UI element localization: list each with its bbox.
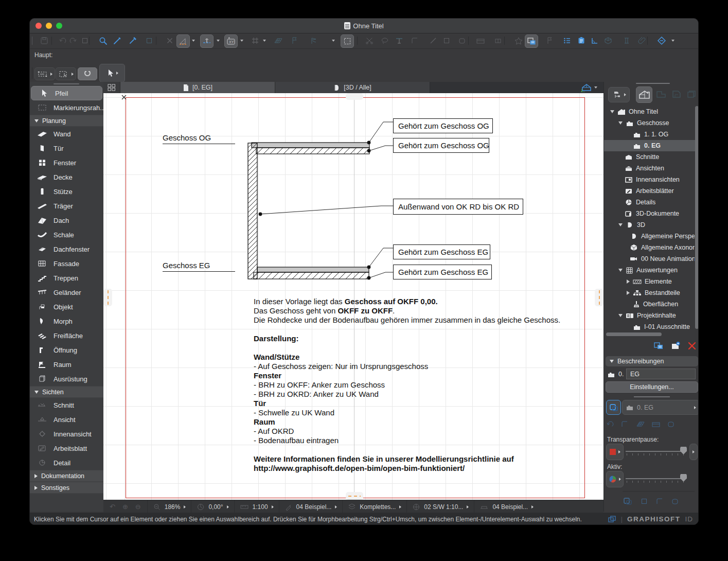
toolbox-item-freiflche[interactable]: Freifläche [30,328,103,343]
footer-04beispiel-control[interactable]: 04 Beispiel... [279,500,343,513]
view-layout-button[interactable] [685,87,698,101]
delete-icon[interactable] [164,34,176,47]
footer-186-control[interactable]: 186% [147,500,191,513]
toolbox-item-tr[interactable]: Tür [30,141,103,155]
note-text-line[interactable]: Die Rohdecke und der Bodenaufbau gehören… [254,315,560,324]
callout-label[interactable]: Gehört zum Geschoss OG [393,118,493,133]
toolbox-item-wand[interactable]: Wand [30,127,103,141]
marquee-preset-button[interactable] [34,67,55,80]
note-text-line[interactable]: Wand/Stütze [254,353,299,361]
note-text-line[interactable]: - Schwelle zu UK Wand [254,408,334,417]
redo-icon[interactable] [67,34,79,47]
note-text-line[interactable]: - Auf OKRD [254,427,294,435]
marker-handle-left[interactable] [103,289,112,306]
tree-item-elemente[interactable]: Elemente [607,276,695,287]
coordinates-button[interactable]: XY [224,34,238,48]
tree-item-3ddokumente[interactable]: 3D-Dokumente [607,208,695,219]
expand-triangle-icon[interactable] [627,279,630,284]
quickbar-drag-handle[interactable] [32,67,32,79]
angle-icon[interactable] [589,34,601,47]
slider-expand-button[interactable] [689,444,698,460]
split-icon[interactable] [379,34,391,47]
toolbox-item-pfeil[interactable]: Pfeil [31,86,102,100]
cube-icon[interactable] [602,34,614,47]
tree-scrollbar[interactable] [695,106,699,329]
toolbox-section-sonstiges[interactable]: Sonstiges [30,482,103,494]
active-color-button[interactable] [606,471,624,487]
view-plan-button[interactable] [654,87,668,101]
drawing-canvas[interactable]: Geschoss OGGeschoss EGGehört zum Geschos… [103,93,603,500]
callout-label[interactable]: Gehört zum Geschoss EG [393,244,490,259]
note-text-line[interactable]: - BRH zu OKRD: Anker zu UK Wand [254,390,379,398]
split-handle-top[interactable] [346,93,363,100]
footer-04beispiel-control[interactable]: 04 Beispiel... [474,500,539,513]
toolbox-item-markierungsrah[interactable]: Markierungsrah... [30,100,103,115]
trace-action-button[interactable] [640,497,648,505]
open-settings-button[interactable] [653,342,664,350]
footer-komplettes-control[interactable]: Komplettes... [342,500,406,513]
toolbox-section-dokumentation[interactable]: Dokumentation [30,470,103,482]
callout-label[interactable]: Gehört zum Geschoss OG [393,138,489,153]
trace-action-button[interactable] [655,497,664,505]
tree-item-allgemeineaxonom[interactable]: Allgemeine Axonom [607,242,695,253]
toolbox-item-decke[interactable]: Decke [30,170,103,184]
dock-left-icon[interactable] [474,34,487,47]
reference-tool-button[interactable] [635,420,645,428]
snap-guides-button[interactable] [200,34,214,48]
dock-right-icon[interactable] [492,34,504,47]
tree-item-bestandteile[interactable]: Bestandteile [607,287,695,299]
inject-parameters-icon[interactable] [143,34,155,47]
arrow-tool-button[interactable] [99,64,125,82]
navigator-handle[interactable] [636,83,670,84]
reference-color-button[interactable] [606,444,624,460]
trace-action-button[interactable] [671,497,679,505]
tree-item-schnitte[interactable]: Schnitte [607,151,695,163]
beschreibungen-header[interactable]: Beschreibungen [606,356,698,366]
target-diamond-icon[interactable] [655,34,668,47]
column-icon[interactable] [620,34,633,47]
note-text-line[interactable]: In dieser Vorlage liegt das Geschoss auf… [254,297,438,306]
toolbox-item-treppen[interactable]: Treppen [30,271,103,285]
toolbox-section-sichten[interactable]: Sichten [30,386,103,398]
tab-overview-button[interactable] [103,82,120,93]
reference-tool-button[interactable] [620,420,629,428]
favorites-icon[interactable] [512,34,525,47]
collapse-triangle-icon[interactable] [610,110,614,113]
toolbox-item-fenster[interactable]: Fenster [30,155,103,170]
clipboard-settings-icon[interactable] [575,34,588,47]
callout-label[interactable]: Außenwand von OK RD bis OK RD [393,199,523,215]
box-icon[interactable] [440,34,453,47]
tree-item-geschosse[interactable]: Geschosse [607,117,695,129]
view-map-model-button[interactable] [636,86,652,103]
trace-action-button[interactable] [623,497,633,506]
toolbox-section-planung[interactable]: Planung [30,115,103,127]
note-text-line[interactable]: Fenster [254,371,281,380]
toolbox-item-raum[interactable]: Raum [30,357,103,372]
toolbox-item-gelnder[interactable]: Geländer [30,285,103,300]
note-text-line[interactable]: Raum [254,417,275,426]
toolbox-item-ausrstung[interactable]: Ausrüstung [30,372,103,386]
fillet-icon[interactable] [409,34,421,47]
toolbox-item-morph[interactable]: Morph [30,314,103,328]
snap-grid-icon[interactable] [249,34,261,47]
section-drawing[interactable] [103,93,603,500]
tree-item-00neueanimation[interactable]: 00 Neue Animation [607,253,695,265]
view-sheet-button[interactable] [670,87,683,101]
project-chooser-button[interactable] [608,87,630,102]
tree-item-auswertungen[interactable]: Auswertungen [607,265,695,276]
roundbox-icon[interactable] [456,34,468,47]
new-viewpoint-button[interactable] [670,341,681,350]
layers-button[interactable] [525,34,538,48]
canvas-nav-icons[interactable]: ↶⊕⊖ [103,503,147,511]
tree-item-arbeitsbltter[interactable]: Arbeitsblätter [607,185,695,197]
note-text-line[interactable]: Das Geschoss geht von OKFF zu OKFF. [254,306,395,315]
transparency-slider[interactable] [626,451,686,452]
toolbox-item-dach[interactable]: Dach [30,213,103,227]
callout-label[interactable]: Gehört zum Geschoss EG [393,265,492,279]
tree-item-11og[interactable]: 1. 1. OG [607,129,695,140]
tree-item-oberflchen[interactable]: Oberflächen [607,299,695,310]
selection-preset-button[interactable] [56,67,76,80]
gravity-roof-icon[interactable] [308,34,320,47]
tree-item-ansichten[interactable]: Ansichten [607,163,695,174]
toolbox-handle[interactable] [54,83,79,84]
